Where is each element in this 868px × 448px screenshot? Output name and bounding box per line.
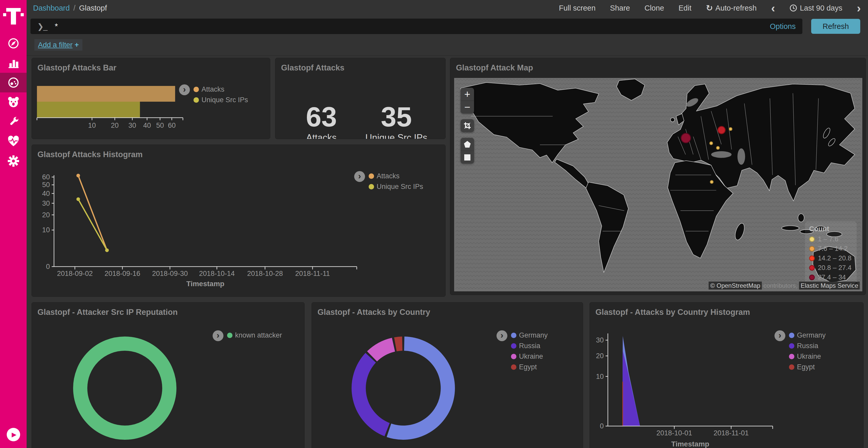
svg-text:60: 60 xyxy=(42,173,50,181)
sidebar-item-dashboard[interactable] xyxy=(0,73,27,92)
attack-location-marker[interactable] xyxy=(681,133,691,143)
legend-item[interactable]: known attacker xyxy=(227,331,282,339)
legend-item[interactable]: Germany xyxy=(511,331,548,339)
full-screen-button[interactable]: Full screen xyxy=(559,4,596,12)
breadcrumb-dashboard-link[interactable]: Dashboard xyxy=(33,4,70,12)
legend-label: Egypt xyxy=(797,363,815,371)
legend-label: known attacker xyxy=(235,331,282,339)
legend-toggle-chevron-icon[interactable]: › xyxy=(179,84,190,95)
svg-text:40: 40 xyxy=(42,190,50,198)
attack-location-marker[interactable] xyxy=(716,146,720,150)
rectangle-icon xyxy=(464,154,471,161)
app-sidebar: ▶ xyxy=(0,0,27,448)
svg-text:50: 50 xyxy=(42,181,50,188)
time-range-picker[interactable]: Last 90 days xyxy=(789,4,842,12)
country-donut-chart xyxy=(312,303,583,448)
search-input[interactable]: ❯_ * Options xyxy=(30,19,802,34)
clone-button[interactable]: Clone xyxy=(645,4,664,12)
map-legend-range: 1 – 7.6 xyxy=(809,235,851,243)
metric-label: Unique Src IPs xyxy=(365,132,427,139)
bar-chart-icon xyxy=(7,57,20,69)
sidebar-item-management[interactable] xyxy=(0,151,27,171)
legend-item[interactable]: Attacks xyxy=(193,85,248,94)
attack-location-marker[interactable] xyxy=(729,127,733,131)
query-prompt-icon: ❯_ xyxy=(37,22,47,31)
attack-location-marker[interactable] xyxy=(717,126,726,134)
telekom-t-icon xyxy=(3,6,24,28)
map-controls: + − xyxy=(461,88,474,164)
map-draw-rectangle-button[interactable] xyxy=(461,151,474,164)
add-filter-link[interactable]: Add a filter+ xyxy=(34,39,83,50)
legend-item[interactable]: Egypt xyxy=(789,363,826,371)
legend-item[interactable]: Russia xyxy=(511,342,548,350)
map-legend-dot xyxy=(809,246,815,252)
map-legend-range: 7.6 – 14.2 xyxy=(809,245,851,253)
legend-label: Ukraine xyxy=(797,352,821,360)
auto-refresh-button[interactable]: ↻ Auto-refresh xyxy=(706,3,757,13)
map-count-legend: Count 1 – 7.67.6 – 14.214.2 – 20.820.8 –… xyxy=(805,221,857,285)
top-navigation-bar: Dashboard / Glastopf Full screen Share C… xyxy=(27,0,868,16)
svg-text:2018-10-14: 2018-10-14 xyxy=(199,270,235,277)
legend-toggle-chevron-icon[interactable]: › xyxy=(213,330,223,341)
filter-bar: Add a filter+ xyxy=(27,36,868,56)
map-legend-dot xyxy=(809,236,815,242)
map-zoom-in-button[interactable]: + xyxy=(461,88,474,101)
svg-text:Timestamp: Timestamp xyxy=(671,440,709,448)
sidebar-item-timelion[interactable] xyxy=(0,92,27,112)
sidebar-expand-button[interactable]: ▶ xyxy=(7,428,20,441)
sidebar-item-discover[interactable] xyxy=(0,34,27,53)
heartbeat-icon xyxy=(7,135,20,148)
legend-label: Ukraine xyxy=(519,352,543,360)
map-draw-polygon-button[interactable] xyxy=(461,138,474,151)
share-button[interactable]: Share xyxy=(610,4,630,12)
svg-text:60: 60 xyxy=(168,122,176,129)
attack-location-marker[interactable] xyxy=(710,180,714,184)
map-fit-bounds-button[interactable] xyxy=(461,119,474,132)
legend-item[interactable]: Egypt xyxy=(511,363,548,371)
legend-toggle-chevron-icon[interactable]: › xyxy=(774,330,785,341)
svg-text:10: 10 xyxy=(42,226,50,234)
edit-button[interactable]: Edit xyxy=(679,4,691,12)
legend-color-dot xyxy=(789,343,795,349)
sidebar-item-monitoring[interactable] xyxy=(0,132,27,151)
svg-text:20: 20 xyxy=(111,122,119,129)
dashboard-grid: Glastopf Attacks Bar 102030405060 ›Attac… xyxy=(27,56,868,441)
refresh-button[interactable]: Refresh xyxy=(811,19,860,34)
legend-color-dot xyxy=(789,365,795,370)
map-legend-dot xyxy=(809,255,815,261)
dashboard-actions: Full screen Share Clone Edit ↻ Auto-refr… xyxy=(559,3,861,13)
legend: ›GermanyRussiaUkraineEgypt xyxy=(774,330,826,371)
legend-item[interactable]: Russia xyxy=(789,342,826,350)
sidebar-item-dev-tools[interactable] xyxy=(0,112,27,132)
play-icon: ▶ xyxy=(11,432,16,438)
map-attribution: © OpenStreetMapcontributors,Elastic Maps… xyxy=(709,282,860,289)
legend-item[interactable]: Unique Src IPs xyxy=(369,183,423,191)
polygon-icon xyxy=(463,140,471,148)
panel-attacks-by-country: Glastopf - Attacks by Country ›GermanyRu… xyxy=(312,302,583,448)
breadcrumb-current: Glastopf xyxy=(79,4,107,12)
map-zoom-out-button[interactable]: − xyxy=(461,101,474,113)
elastic-maps-service-link[interactable]: Elastic Maps Service xyxy=(799,281,860,289)
map-legend-label: 1 – 7.6 xyxy=(818,235,839,243)
sidebar-item-visualize[interactable] xyxy=(0,53,27,73)
legend-toggle-chevron-icon[interactable]: › xyxy=(354,171,365,182)
panel-src-ip-reputation: Glastopf - Attacker Src IP Reputation ›k… xyxy=(32,302,305,448)
attacks-histogram-chart: 01020304050602018-09-022018-09-162018-09… xyxy=(32,145,445,297)
legend-item[interactable]: Attacks xyxy=(369,172,423,180)
query-options-link[interactable]: Options xyxy=(770,22,796,31)
legend-item[interactable]: Germany xyxy=(789,331,826,339)
metric-value: 63 xyxy=(306,103,337,131)
legend-item[interactable]: Ukraine xyxy=(789,352,826,360)
svg-text:2018-09-30: 2018-09-30 xyxy=(152,270,188,277)
panel-title: Glastopf Attacks xyxy=(275,58,445,72)
world-map[interactable]: + − xyxy=(454,78,862,291)
legend-toggle-chevron-icon[interactable]: › xyxy=(497,330,507,341)
crop-icon xyxy=(463,122,471,130)
attack-location-marker[interactable] xyxy=(709,141,713,145)
svg-text:Timestamp: Timestamp xyxy=(186,280,224,288)
map-legend-range: 27.4 – 34 xyxy=(809,273,851,281)
openstreetmap-link[interactable]: © OpenStreetMap xyxy=(709,281,762,289)
legend-item[interactable]: Unique Src IPs xyxy=(193,96,248,104)
legend-color-dot xyxy=(789,354,795,359)
legend-item[interactable]: Ukraine xyxy=(511,352,548,360)
